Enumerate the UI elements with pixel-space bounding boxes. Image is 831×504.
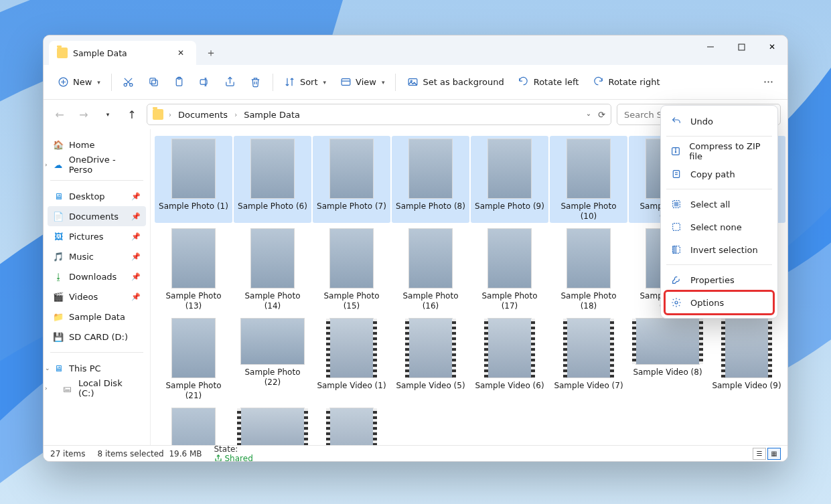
sidebar-item-thispc[interactable]: ⌄🖥This PC <box>48 358 146 378</box>
image-icon <box>406 76 419 88</box>
file-item[interactable]: Sample Video (5) <box>392 315 469 402</box>
file-item[interactable]: Sample Photo (13) <box>155 226 232 313</box>
ctx-invert-selection[interactable]: Invert selection <box>665 238 773 261</box>
video-thumbnail <box>487 318 532 378</box>
breadcrumb-documents[interactable]: Documents <box>175 108 230 121</box>
file-label: Sample Video (1) <box>317 381 386 391</box>
ctx-select-all[interactable]: Select all <box>665 193 773 216</box>
up-button[interactable]: ↑ <box>123 105 141 124</box>
sidebar-item-videos[interactable]: 🎬Videos📌 <box>48 286 146 307</box>
sort-button[interactable]: Sort ▾ <box>277 71 333 94</box>
file-item[interactable]: Sample Photo (10) <box>550 136 627 223</box>
recent-locations-button[interactable]: ▾ <box>98 105 117 124</box>
sidebar-item-label: Desktop <box>69 191 105 201</box>
sidebar-item-home[interactable]: 🏠 Home <box>48 135 146 155</box>
file-item[interactable]: Sample Photo (9) <box>471 136 548 223</box>
file-label: Sample Photo (16) <box>394 291 467 311</box>
file-item[interactable]: Sample Photo (6) <box>234 136 311 223</box>
ctx-select-none[interactable]: Select none <box>665 216 773 238</box>
paste-button[interactable] <box>167 71 192 94</box>
sidebar-item-documents[interactable]: 📄Documents📌 <box>48 206 146 226</box>
ctx-compress[interactable]: Compress to ZIP file <box>665 140 773 163</box>
sidebar-item-localdisk[interactable]: ›🖴Local Disk (C:) <box>48 378 146 398</box>
file-label: Sample Photo (7) <box>317 201 386 212</box>
file-item[interactable] <box>155 405 232 445</box>
close-tab-button[interactable]: ✕ <box>173 46 188 60</box>
new-tab-button[interactable]: ＋ <box>200 42 222 64</box>
delete-button[interactable] <box>243 71 269 94</box>
file-item[interactable]: Sample Photo (21) <box>155 315 232 402</box>
set-background-button[interactable]: Set as background <box>400 71 510 94</box>
ctx-copy-path[interactable]: Copy path <box>665 163 773 185</box>
sidebar-item-desktop[interactable]: 🖥Desktop📌 <box>48 186 146 206</box>
refresh-button[interactable]: ⟳ <box>598 110 605 120</box>
forward-button[interactable]: → <box>74 105 93 124</box>
file-label: Sample Photo (9) <box>475 201 544 212</box>
minimize-button[interactable] <box>695 35 726 58</box>
view-button[interactable]: View ▾ <box>333 71 391 94</box>
file-item[interactable]: Sample Video (9) <box>708 315 785 402</box>
svg-rect-9 <box>152 80 158 86</box>
details-view-button[interactable]: ☰ <box>753 448 766 460</box>
video-thumbnail <box>240 408 305 445</box>
file-item[interactable]: Sample Photo (22) <box>234 315 311 402</box>
back-button[interactable]: ← <box>50 105 69 124</box>
rename-button[interactable] <box>192 71 218 94</box>
set-background-label: Set as background <box>423 77 504 87</box>
file-item[interactable]: Sample Photo (1) <box>155 136 232 223</box>
new-label: New <box>73 77 92 87</box>
ctx-options[interactable]: Options <box>665 291 773 314</box>
sidebar-item-sample-data[interactable]: 📁Sample Data <box>48 307 146 327</box>
file-item[interactable] <box>313 405 390 445</box>
sidebar-item-music[interactable]: 🎵Music📌 <box>48 246 146 266</box>
sidebar-item-downloads[interactable]: ⭳Downloads📌 <box>48 266 146 286</box>
share-button[interactable] <box>218 71 243 94</box>
maximize-button[interactable] <box>726 35 757 58</box>
file-item[interactable]: Sample Photo (8) <box>392 136 469 223</box>
sidebar-item-onedrive[interactable]: › ☁ OneDrive - Perso <box>48 155 146 175</box>
address-bar[interactable]: › Documents › Sample Data ⌄ ⟳ <box>147 104 611 125</box>
close-window-button[interactable]: ✕ <box>757 35 787 58</box>
ctx-properties[interactable]: Properties <box>665 268 773 291</box>
recent-dropdown-icon[interactable]: ⌄ <box>586 110 591 120</box>
photo-thumbnail <box>250 228 295 288</box>
chevron-down-icon[interactable]: ⌄ <box>45 365 50 371</box>
more-button[interactable] <box>755 71 781 94</box>
rotate-left-button[interactable]: Rotate left <box>511 71 586 94</box>
file-item[interactable]: Sample Photo (16) <box>392 226 469 313</box>
file-item[interactable]: Sample Photo (15) <box>313 226 390 313</box>
sidebar-item-pictures[interactable]: 🖼Pictures📌 <box>48 226 146 246</box>
file-item[interactable]: Sample Photo (14) <box>234 226 311 313</box>
file-item[interactable]: Sample Photo (17) <box>471 226 548 313</box>
video-thumbnail <box>329 318 374 378</box>
file-item[interactable]: Sample Photo (18) <box>550 226 627 313</box>
ctx-undo[interactable]: Undo <box>665 110 773 133</box>
copy-button[interactable] <box>141 71 167 94</box>
pin-icon: 📌 <box>131 272 141 281</box>
breadcrumb-sample-data[interactable]: Sample Data <box>241 108 303 121</box>
cut-button[interactable] <box>116 71 141 94</box>
photo-thumbnail <box>171 408 216 445</box>
svg-rect-36 <box>673 224 680 231</box>
file-item[interactable] <box>234 405 311 445</box>
rotate-right-button[interactable]: Rotate right <box>585 71 666 94</box>
tab-sample-data[interactable]: Sample Data ✕ <box>49 41 196 65</box>
file-item[interactable]: Sample Video (1) <box>313 315 390 402</box>
file-label: Sample Photo (13) <box>157 291 230 311</box>
more-icon <box>762 76 774 88</box>
file-item[interactable]: Sample Photo (7) <box>313 136 390 223</box>
separator <box>666 189 772 189</box>
pc-icon: 🖥 <box>53 363 64 373</box>
separator <box>395 74 396 91</box>
context-menu: Undo Compress to ZIP file Copy path Sele… <box>660 105 778 319</box>
chevron-right-icon[interactable]: › <box>45 385 48 392</box>
tab-title: Sample Data <box>73 48 168 58</box>
file-item[interactable]: Sample Video (6) <box>471 315 548 402</box>
file-item[interactable]: Sample Video (8) <box>629 315 706 402</box>
music-icon: 🎵 <box>53 251 64 262</box>
chevron-right-icon[interactable]: › <box>45 161 48 168</box>
icons-view-button[interactable]: ▦ <box>767 448 781 460</box>
sidebar-item-sdcard[interactable]: 💾SD CARD (D:) <box>48 327 146 347</box>
file-item[interactable]: Sample Video (7) <box>550 315 627 402</box>
new-button[interactable]: New ▾ <box>50 71 107 94</box>
